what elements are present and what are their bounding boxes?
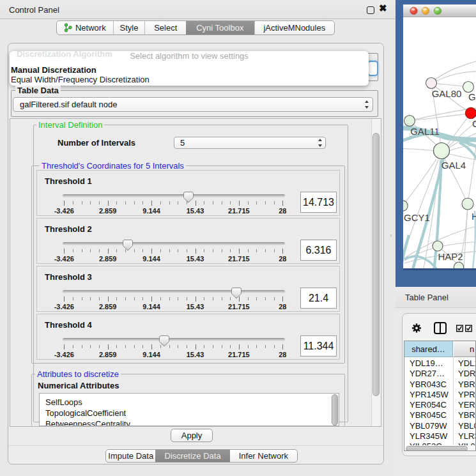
- svg-text:GAL80: GAL80: [432, 88, 462, 99]
- svg-text:GA: GA: [468, 91, 476, 102]
- svg-text:H: H: [472, 211, 476, 222]
- svg-text:HAP2: HAP2: [438, 251, 463, 262]
- svg-text:GAL4: GAL4: [441, 160, 466, 171]
- svg-text:C: C: [472, 118, 476, 129]
- svg-text:GAL11: GAL11: [410, 126, 440, 137]
- svg-text:GCY1: GCY1: [404, 212, 430, 223]
